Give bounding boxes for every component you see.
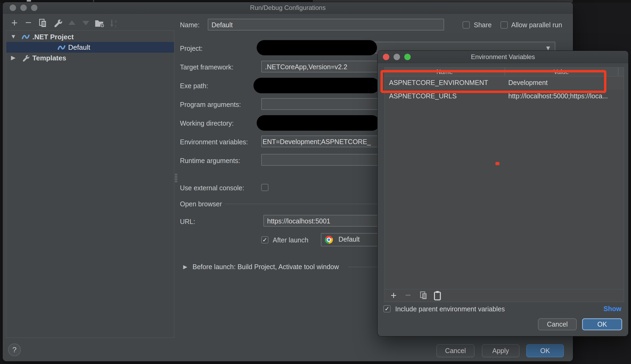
after-launch-label: After launch	[273, 236, 308, 244]
open-browser-group-label: Open browser	[180, 200, 222, 208]
paste-icon[interactable]	[433, 291, 441, 300]
env-name-cell: ASPNETCORE_URLS	[389, 92, 457, 100]
copy-icon[interactable]	[39, 19, 48, 28]
cancel-button[interactable]: Cancel	[436, 344, 475, 357]
browser-select-value: Default	[338, 235, 360, 243]
tree-item-default-selected[interactable]: Default	[6, 42, 174, 53]
project-label: Project:	[180, 44, 203, 52]
dotnet-icon	[57, 44, 66, 51]
include-parent-label: Include parent environment variables	[395, 305, 505, 313]
screen: Run/Debug Configurations + −	[0, 0, 631, 364]
move-down-icon	[82, 21, 89, 25]
dialog-title: Environment Variables	[378, 51, 628, 63]
show-link[interactable]: Show	[603, 305, 621, 313]
dialog-titlebar[interactable]: Environment Variables	[378, 51, 628, 63]
tree-toolbar: + −	[3, 18, 174, 30]
use-external-console-checkbox[interactable]	[261, 184, 268, 191]
exe-path-label: Exe path:	[180, 82, 208, 90]
program-arguments-label: Program arguments:	[180, 100, 241, 109]
background-window-fragment	[27, 0, 31, 2]
url-label: URL:	[180, 218, 195, 226]
sort-icon: a z	[109, 19, 119, 28]
tree-item-label: .NET Project	[32, 33, 74, 41]
allow-parallel-run-checkbox[interactable]	[501, 21, 508, 29]
env-value-cell: http://localhost:5000;https://loca...	[508, 92, 621, 100]
remove-icon[interactable]: −	[23, 18, 34, 28]
cancel-button[interactable]: Cancel	[538, 318, 577, 330]
column-divider[interactable]	[618, 68, 618, 76]
svg-text:a: a	[115, 19, 117, 23]
remove-icon: −	[405, 290, 411, 300]
configurations-tree-panel: ▼ .NET Project Default ▶	[6, 30, 174, 338]
wrench-icon	[22, 54, 30, 62]
working-directory-label: Working directory:	[180, 119, 234, 127]
before-launch-label: Before launch: Build Project, Activate t…	[193, 263, 339, 271]
redaction-working-directory	[257, 115, 380, 131]
tree-item-templates[interactable]: ▶ Templates	[6, 53, 174, 63]
chevron-right-icon[interactable]: ▶	[11, 54, 16, 61]
redaction-project	[257, 40, 377, 55]
ok-button[interactable]: OK	[526, 344, 564, 357]
target-framework-label: Target framework:	[180, 63, 233, 71]
move-up-icon	[68, 20, 75, 25]
env-table-panel: Name Value ASPNETCORE_ENVIRONMENT Develo…	[384, 67, 624, 302]
include-parent-checkbox[interactable]: ✓	[383, 305, 391, 312]
annotation-dot	[495, 162, 499, 165]
allow-parallel-run-label: Allow parallel run	[511, 21, 562, 29]
redaction-exe-path	[253, 78, 380, 93]
name-label: Name:	[180, 21, 200, 29]
annotation-highlight-rect	[380, 70, 606, 93]
share-checkbox[interactable]	[463, 21, 470, 29]
help-button[interactable]: ?	[8, 343, 21, 356]
environment-variables-dialog: Environment Variables Name Value ASPNETC…	[378, 51, 628, 336]
env-table-toolbar: + −	[385, 289, 624, 302]
tree-item-dotnet-project[interactable]: ▼ .NET Project	[6, 32, 174, 42]
share-label: Share	[474, 21, 492, 29]
ok-button[interactable]: OK	[582, 318, 622, 330]
svg-text:z: z	[115, 24, 117, 28]
chevron-down-icon[interactable]: ▼	[10, 33, 16, 40]
chrome-icon	[325, 236, 333, 244]
copy-icon[interactable]	[420, 291, 428, 300]
window-title: Run/Debug Configurations	[3, 2, 573, 13]
use-external-console-label: Use external console:	[180, 184, 244, 192]
environment-variables-value: ENT=Development;ASPNETCORE_	[263, 138, 371, 145]
add-icon[interactable]: +	[391, 290, 397, 301]
after-launch-checkbox[interactable]: ✓	[261, 236, 268, 243]
dotnet-icon	[22, 33, 30, 41]
tree-item-label: Default	[68, 43, 90, 51]
name-input[interactable]: Default	[208, 19, 444, 30]
main-titlebar[interactable]: Run/Debug Configurations	[3, 2, 573, 14]
splitter-handle[interactable]	[175, 173, 177, 183]
chevron-right-icon[interactable]: ▶	[183, 264, 187, 270]
tree-item-label: Templates	[32, 54, 66, 62]
runtime-arguments-label: Runtime arguments:	[180, 157, 240, 165]
apply-button[interactable]: Apply	[482, 344, 520, 357]
environment-variables-label: Environment variables:	[180, 138, 248, 146]
new-folder-icon[interactable]	[95, 19, 105, 28]
add-icon[interactable]: +	[9, 18, 20, 28]
edit-settings-icon[interactable]	[53, 18, 63, 28]
